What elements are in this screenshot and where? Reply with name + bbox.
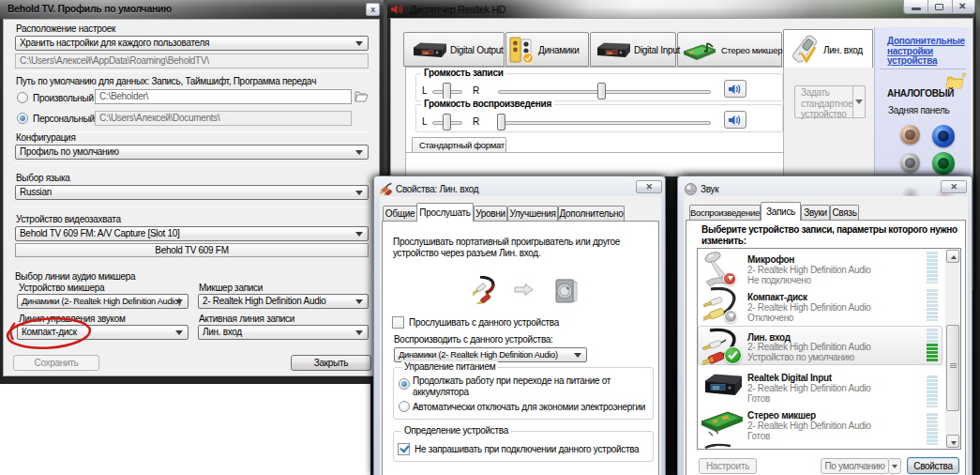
svg-text:888: 888 [713, 385, 720, 391]
